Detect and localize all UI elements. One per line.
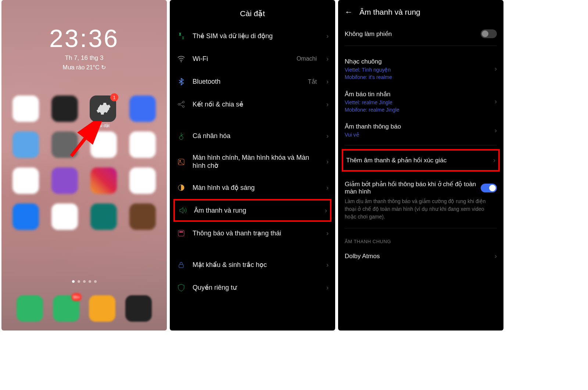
contacts-app[interactable]: [89, 295, 115, 322]
settings-item-privacy[interactable]: Quyền riêng tư ›: [176, 276, 329, 299]
tutorial-arrow: [66, 121, 103, 162]
chevron-right-icon: ›: [326, 32, 329, 40]
settings-item-bluetooth[interactable]: Bluetooth Tắt ›: [176, 70, 329, 93]
chevron-right-icon: ›: [495, 98, 497, 105]
svg-rect-7: [178, 159, 184, 165]
settings-item-dolby[interactable]: Dolby Atmos ›: [338, 247, 503, 265]
wifi-icon: [176, 54, 186, 64]
svg-point-6: [179, 136, 183, 140]
settings-item-personalize[interactable]: Cá nhân hóa ›: [176, 124, 329, 147]
page-title: Cài đặt: [170, 0, 335, 25]
svg-point-5: [183, 106, 184, 108]
chevron-right-icon: ›: [495, 252, 497, 260]
settings-item-security[interactable]: Mật khẩu & sinh trắc học ›: [176, 253, 329, 276]
clock-time: 23:36: [1, 24, 167, 53]
chevron-right-icon: ›: [495, 127, 497, 134]
settings-item-sim[interactable]: Thẻ SIM và dữ liệu di động ›: [176, 25, 329, 47]
settings-item-more-sounds[interactable]: Thêm âm thanh & phản hồi xúc giác ›: [342, 149, 500, 171]
svg-line-1: [71, 126, 95, 156]
chevron-right-icon: ›: [326, 230, 329, 237]
settings-item-ringtone[interactable]: Nhạc chuông Viettel: Tình nguyện Mobifon…: [338, 53, 503, 85]
settings-item-msgtone[interactable]: Âm báo tin nhắn Viettel: realme Jingle M…: [338, 85, 503, 118]
section-header: ÂM THANH CHUNG: [338, 231, 503, 247]
chevron-right-icon: ›: [493, 156, 495, 164]
chevron-right-icon: ›: [326, 78, 329, 86]
gear-icon: [95, 101, 111, 117]
settings-item-notifications[interactable]: Thông báo và thanh trạng thái ›: [176, 222, 329, 245]
settings-item-dnd[interactable]: Không làm phiền: [338, 24, 503, 43]
shield-icon: [176, 283, 186, 292]
refresh-icon: ↻: [101, 64, 106, 71]
screens-icon: [176, 157, 186, 167]
chevron-right-icon: ›: [495, 65, 497, 73]
clock-date: Th 7, 16 thg 3: [1, 54, 167, 62]
phone-app[interactable]: [17, 295, 43, 322]
sim-icon: [176, 31, 186, 41]
settings-screen: Cài đặt Thẻ SIM và dữ liệu di động › Wi-…: [170, 0, 335, 331]
settings-item-display[interactable]: Màn hình và độ sáng ›: [176, 176, 329, 199]
sound-settings-screen: ← Âm thanh và rung Không làm phiền Nhạc …: [338, 0, 503, 331]
svg-rect-10: [178, 230, 184, 236]
bluetooth-icon: [176, 77, 186, 86]
settings-item-share[interactable]: Kết nối & chia sẻ ›: [176, 93, 329, 116]
share-icon: [176, 100, 186, 109]
chevron-right-icon: ›: [326, 101, 329, 108]
settings-item-sound[interactable]: Âm thanh và rung ›: [173, 199, 331, 222]
chevron-right-icon: ›: [326, 261, 329, 269]
dock: 99+: [1, 295, 167, 322]
personalize-icon: [176, 131, 186, 141]
camera-app[interactable]: [125, 295, 152, 322]
clock-weather: Mưa rào 21°C↻: [1, 64, 167, 71]
svg-point-4: [183, 101, 184, 103]
settings-item-notiftone[interactable]: Âm thanh thông báo Vui vẻ ›: [338, 118, 503, 143]
chevron-right-icon: ›: [326, 55, 329, 63]
badge: 1: [110, 93, 118, 101]
chevron-right-icon: ›: [325, 207, 327, 214]
toggle-dnd[interactable]: [481, 29, 497, 38]
notification-icon: [176, 228, 186, 238]
back-button[interactable]: ←: [345, 7, 353, 17]
app-grid: [1, 95, 167, 239]
settings-item-screens[interactable]: Màn hình chính, Màn hình khóa và Màn hìn…: [176, 147, 329, 176]
chevron-right-icon: ›: [326, 132, 329, 140]
settings-item-wifi[interactable]: Wi-Fi Omachi ›: [176, 47, 329, 70]
svg-point-2: [181, 61, 182, 62]
home-screen: 23:36 Th 7, 16 thg 3 Mưa rào 21°C↻: [1, 0, 167, 331]
chevron-right-icon: ›: [326, 284, 329, 292]
svg-rect-11: [179, 231, 183, 232]
svg-point-3: [178, 104, 180, 105]
clock-widget[interactable]: 23:36 Th 7, 16 thg 3 Mưa rào 21°C↻: [1, 0, 167, 71]
chevron-right-icon: ›: [326, 158, 329, 166]
chevron-right-icon: ›: [326, 184, 329, 192]
svg-rect-12: [179, 264, 183, 268]
svg-point-8: [179, 160, 181, 162]
toggle-reduce[interactable]: [481, 184, 497, 192]
lock-icon: [176, 260, 186, 270]
messages-app[interactable]: 99+: [53, 295, 79, 322]
page-title: Âm thanh và rung: [359, 8, 420, 17]
sound-icon: [178, 206, 187, 215]
brightness-icon: [176, 183, 186, 192]
settings-item-reduce-feedback[interactable]: Giảm bớt phản hồi thông báo khi ở chế độ…: [338, 175, 503, 226]
page-indicator: [1, 280, 167, 283]
